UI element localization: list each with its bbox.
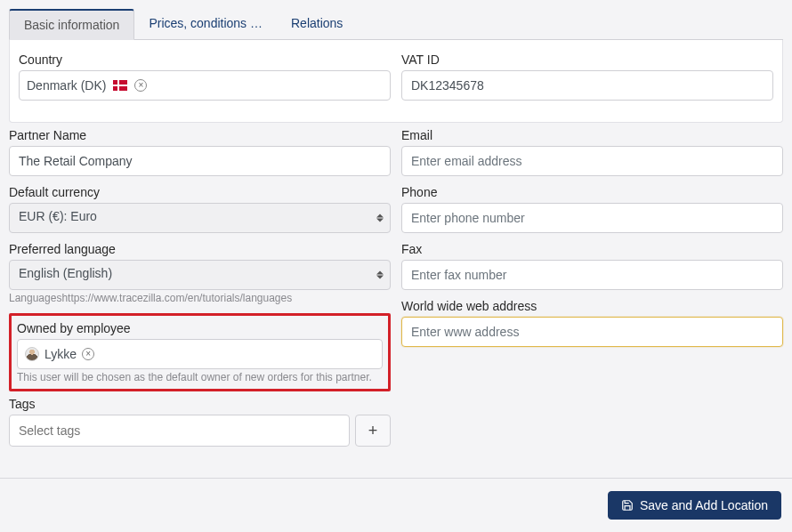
fax-label: Fax xyxy=(401,242,783,256)
phone-input[interactable] xyxy=(401,203,783,233)
language-label: Preferred language xyxy=(9,242,391,256)
owner-highlight: Owned by employee Lykke × This user will… xyxy=(9,313,391,391)
email-label: Email xyxy=(401,128,783,142)
www-input[interactable] xyxy=(401,317,783,347)
vat-label: VAT ID xyxy=(401,52,773,67)
www-label: World wide web address xyxy=(401,299,783,313)
country-input[interactable]: Denmark (DK) × xyxy=(19,70,391,101)
save-button-label: Save and Add Location xyxy=(640,498,768,512)
partner-label: Partner Name xyxy=(9,128,391,142)
footer: Save and Add Location xyxy=(0,478,792,532)
form-body: Partner Name Default currency EUR (€): E… xyxy=(9,128,783,455)
denmark-flag-icon xyxy=(113,80,127,91)
save-add-location-button[interactable]: Save and Add Location xyxy=(608,491,781,520)
owner-value: Lykke xyxy=(44,347,77,361)
language-select[interactable]: English (English) xyxy=(9,260,391,290)
form-page: Basic information Prices, conditions … R… xyxy=(0,0,792,464)
owner-helper: This user will be chosen as the default … xyxy=(17,371,383,383)
vat-input[interactable] xyxy=(401,70,773,101)
owner-label: Owned by employee xyxy=(17,321,383,335)
tags-input[interactable] xyxy=(9,415,350,447)
tags-label: Tags xyxy=(9,397,391,411)
currency-select[interactable]: EUR (€): Euro xyxy=(9,203,391,233)
partner-input[interactable] xyxy=(9,146,391,176)
plus-icon: + xyxy=(368,422,378,440)
tab-prices-conditions[interactable]: Prices, conditions … xyxy=(134,9,277,39)
tab-basic-information[interactable]: Basic information xyxy=(9,9,134,40)
tabs: Basic information Prices, conditions … R… xyxy=(9,9,783,40)
fax-input[interactable] xyxy=(401,260,783,290)
country-label: Country xyxy=(19,52,391,67)
tab-relations[interactable]: Relations xyxy=(277,9,357,39)
country-clear-icon[interactable]: × xyxy=(134,79,147,92)
owner-input[interactable]: Lykke × xyxy=(17,339,383,369)
add-tag-button[interactable]: + xyxy=(355,415,391,447)
owner-clear-icon[interactable]: × xyxy=(82,348,94,360)
currency-label: Default currency xyxy=(9,185,391,199)
email-input[interactable] xyxy=(401,146,783,176)
save-icon xyxy=(621,499,634,512)
language-helper: Languageshttps://www.tracezilla.com/en/t… xyxy=(9,292,391,304)
avatar-icon xyxy=(25,347,39,361)
phone-label: Phone xyxy=(401,185,783,199)
panel-basic: Country Denmark (DK) × VAT ID xyxy=(9,40,783,123)
country-value: Denmark (DK) xyxy=(27,78,106,93)
